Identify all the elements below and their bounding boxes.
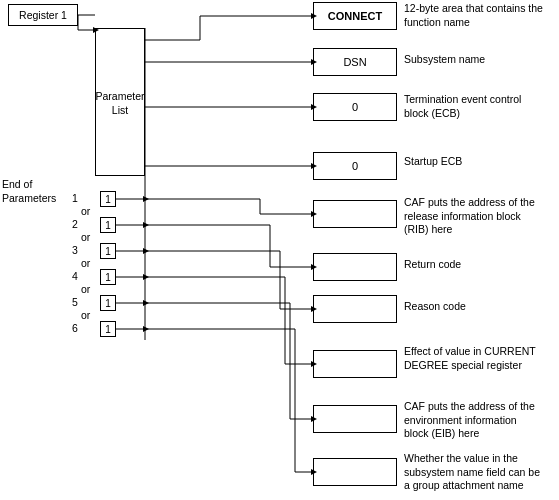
svg-marker-3 <box>93 27 99 33</box>
diagram-svg <box>0 0 559 500</box>
svg-marker-13 <box>311 104 317 110</box>
svg-marker-50 <box>311 416 317 422</box>
svg-marker-34 <box>311 211 317 217</box>
svg-marker-46 <box>311 361 317 367</box>
svg-marker-42 <box>311 306 317 312</box>
svg-marker-10 <box>311 59 317 65</box>
svg-marker-16 <box>311 163 317 169</box>
svg-marker-38 <box>311 264 317 270</box>
diagram: Register 1 Parameter List End of Paramet… <box>0 0 559 500</box>
svg-marker-7 <box>311 13 317 19</box>
svg-marker-54 <box>311 469 317 475</box>
